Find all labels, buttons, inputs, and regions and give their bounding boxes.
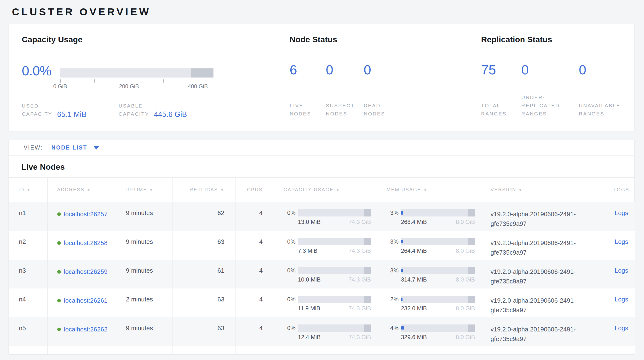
node-status-stats: 6LIVENODES0SUSPECTNODES0DEADNODES	[290, 63, 481, 118]
usage-bar-fill	[401, 211, 403, 215]
usage-used-value: 329.6 MiB	[401, 334, 427, 340]
cell-empty	[9, 346, 48, 354]
address-wrap: localhost:26262	[57, 324, 116, 334]
logs-link[interactable]: Logs	[615, 267, 628, 274]
column-header-address[interactable]: ADDRESS▼	[48, 177, 116, 202]
column-header-version[interactable]: VERSION▼	[481, 177, 608, 202]
column-header-capacity-usage[interactable]: CAPACITY USAGE▼	[274, 177, 377, 202]
capacity-stat: USEDCAPACITY65.1 MiB	[22, 102, 118, 118]
stat-value: 65.1 MiB	[57, 110, 86, 119]
cell-mem-usage: 4%329.6 MiB8.0 GiB	[377, 317, 481, 346]
view-selected-value: NODE LIST	[52, 144, 88, 151]
view-selector[interactable]: NODE LIST	[52, 144, 100, 151]
logs-link[interactable]: Logs	[615, 296, 628, 303]
node-stat: 6LIVENODES	[290, 63, 326, 118]
address-link[interactable]: localhost:26261	[64, 296, 115, 305]
column-header-id[interactable]: ID▼	[9, 177, 48, 202]
usage-meter-top: 0%	[282, 238, 371, 245]
column-header-replicas[interactable]: REPLICAS▼	[172, 177, 236, 202]
node-status-title: Node Status	[290, 34, 481, 44]
cell-logs: Logs	[608, 231, 635, 260]
logs-link[interactable]: Logs	[615, 238, 628, 245]
cell-address: localhost:26262	[48, 317, 116, 346]
usage-labels: 11.9 MiB74.3 GiB	[298, 305, 371, 312]
usage-total-value: 8.0 GiB	[456, 276, 475, 283]
capacity-bar-ticks	[60, 79, 214, 83]
usage-meter-top: 2%	[385, 296, 475, 303]
logs-link[interactable]: Logs	[615, 324, 628, 332]
cell-replicas: 62	[172, 202, 236, 231]
stat-number: 0	[579, 63, 620, 77]
address-link[interactable]: localhost:26262	[64, 324, 115, 334]
usage-meter: 3%264.4 MiB8.0 GiB	[377, 238, 481, 254]
logs-link[interactable]: Logs	[615, 209, 628, 217]
cell-capacity-usage: 0%11.9 MiB74.3 GiB	[274, 288, 377, 317]
column-header-cpus: CPUS	[236, 177, 274, 202]
usage-used-value: 232.0 MiB	[401, 305, 427, 312]
address-link[interactable]: localhost:26258	[64, 238, 115, 248]
usage-total-value: 8.0 GiB	[456, 219, 475, 225]
cell-empty	[481, 346, 608, 354]
healthy-node-dot-icon	[57, 328, 61, 331]
usage-used-value: 12.4 MiB	[298, 334, 321, 340]
cell-mem-usage: 3%314.7 MiB8.0 GiB	[377, 260, 481, 288]
column-header-uptime[interactable]: UPTIME▼	[116, 177, 172, 202]
usage-used-value: 10.0 MiB	[298, 276, 321, 283]
stat-label: TOTALRANGES	[481, 102, 521, 118]
table-row: n3localhost:262599 minutes6140%10.0 MiB7…	[9, 260, 635, 288]
usage-total-value: 74.3 GiB	[348, 305, 371, 312]
stat-number: 6	[290, 63, 326, 77]
capacity-stats: USEDCAPACITY65.1 MiBUSABLECAPACITY445.6 …	[22, 102, 290, 118]
cell-cpus: 4	[236, 260, 274, 288]
usage-used-value: 11.9 MiB	[298, 305, 320, 312]
cell-uptime: 9 minutes	[116, 231, 172, 260]
usage-meter-top: 0%	[282, 267, 371, 274]
usage-labels: 314.7 MiB8.0 GiB	[401, 276, 475, 283]
usage-used-value: 7.3 MiB	[298, 247, 318, 254]
node-stat: 0SUSPECTNODES	[326, 63, 364, 118]
usage-percent: 0%	[282, 296, 296, 303]
usage-bar	[298, 296, 371, 303]
usage-labels: 329.6 MiB8.0 GiB	[401, 334, 475, 340]
address-wrap: localhost:26261	[57, 296, 116, 305]
usage-bar	[401, 324, 475, 332]
cell-capacity-usage: 0%10.0 MiB74.3 GiB	[274, 260, 377, 288]
healthy-node-dot-icon	[57, 270, 61, 274]
usage-bar	[298, 324, 371, 332]
usage-meter-top: 0%	[282, 209, 371, 217]
usage-total-value: 74.3 GiB	[348, 219, 371, 225]
cell-logs: Logs	[608, 202, 635, 231]
capacity-usage-section: Capacity Usage 0.0% 0 GiB200 GiB400 GiB …	[22, 34, 290, 131]
usage-bar-fill	[401, 240, 403, 243]
usage-bar-fill	[401, 298, 402, 301]
usage-labels: 12.4 MiB74.3 GiB	[298, 334, 371, 340]
capacity-bar-tick-label: 400 GiB	[188, 83, 208, 90]
usage-used-value: 268.4 MiB	[401, 219, 427, 225]
stat-label: UNDER-REPLICATEDRANGES	[521, 93, 579, 118]
cell-cpus: 4	[236, 202, 274, 231]
live-nodes-title: Live Nodes	[9, 155, 634, 177]
usage-bar-dark-segment	[468, 267, 475, 274]
address-link[interactable]: localhost:26257	[64, 209, 115, 219]
usage-bar-dark-segment	[364, 238, 371, 245]
column-header-logs: LOGS	[608, 177, 635, 202]
address-link[interactable]: localhost:26259	[64, 267, 115, 276]
usage-bar	[298, 267, 371, 274]
cell-cpus: 4	[236, 288, 274, 317]
cell-version: v19.2.0-alpha.20190606-2491-gfe735c9a97	[481, 202, 608, 231]
table-row: n5localhost:262629 minutes6340%12.4 MiB7…	[9, 317, 635, 346]
usage-percent: 0%	[282, 267, 296, 274]
capacity-bar-tick-labels: 0 GiB200 GiB400 GiB	[60, 83, 214, 90]
stat-label: LIVENODES	[290, 102, 326, 118]
live-nodes-table: ID▼ADDRESS▼UPTIME▼REPLICAS▼CPUSCAPACITY …	[9, 177, 635, 354]
usage-bar-fill	[401, 269, 403, 272]
column-header-mem-usage[interactable]: MEM USAGE▼	[377, 177, 481, 202]
table-row: n1localhost:262579 minutes6240%13.0 MiB7…	[9, 202, 635, 231]
stat-value: 445.6 GiB	[154, 110, 187, 119]
address-wrap: localhost:26257	[57, 209, 116, 219]
cell-empty	[274, 346, 377, 354]
address-wrap: localhost:26259	[57, 267, 116, 276]
usage-bar-dark-segment	[468, 238, 475, 245]
cell-uptime: 9 minutes	[116, 317, 172, 346]
usage-meter-top: 0%	[282, 296, 371, 303]
